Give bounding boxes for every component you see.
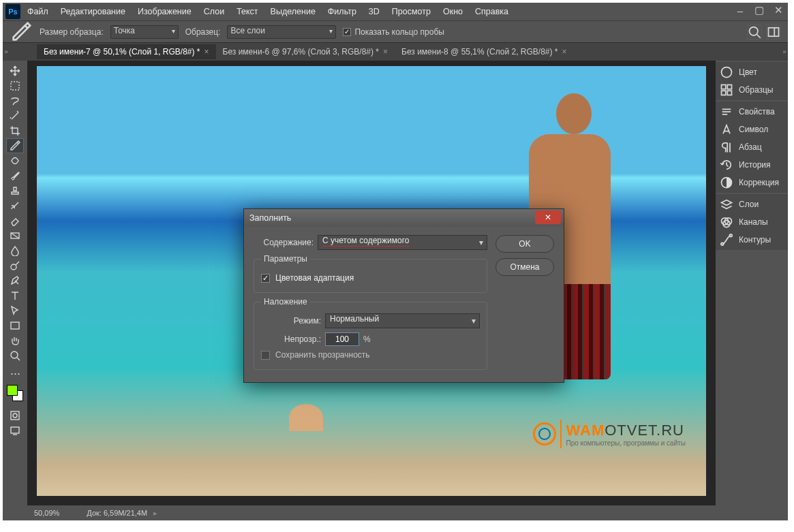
ok-button[interactable]: OK xyxy=(495,235,554,253)
color-adapt-checkbox[interactable]: ✓ Цветовая адаптация xyxy=(261,273,480,283)
stamp-tool-icon[interactable] xyxy=(6,183,24,198)
tab-doc-3[interactable]: Без имени-8 @ 55,1% (Слой 2, RGB/8#) *× xyxy=(395,44,574,59)
content-select[interactable]: С учетом содержимого xyxy=(318,235,487,250)
screenmode-icon[interactable] xyxy=(6,423,24,438)
mode-label: Режим: xyxy=(261,316,321,326)
panel-paths[interactable]: Контуры xyxy=(716,231,788,249)
menu-window[interactable]: Окно xyxy=(438,4,468,19)
crop-tool-icon[interactable] xyxy=(6,123,24,138)
dialog-title-bar[interactable]: Заполнить ✕ xyxy=(244,209,564,227)
menu-filter[interactable]: Фильтр xyxy=(322,4,362,19)
healing-tool-icon[interactable] xyxy=(6,153,24,168)
panel-color[interactable]: Цвет xyxy=(716,63,788,81)
swimmer-figure xyxy=(289,404,323,431)
watermark-sub: Про компьютеры, программы и сайты xyxy=(566,439,686,447)
adjustments-panel-icon xyxy=(720,176,733,189)
keep-transparency-label: Сохранить прозрачность xyxy=(275,350,370,360)
edit-toolbar-icon[interactable]: ⋯ xyxy=(6,366,24,381)
sample-select[interactable]: Все слои xyxy=(227,25,336,39)
svg-rect-11 xyxy=(722,85,726,89)
panel-swatches[interactable]: Образцы xyxy=(716,81,788,99)
right-panels: Цвет Образцы Свойства Символ Абзац Истор… xyxy=(716,61,788,520)
eyedropper-icon xyxy=(10,23,33,41)
cancel-button[interactable]: Отмена xyxy=(495,258,554,276)
layers-panel-icon xyxy=(720,198,733,210)
status-doc-value: 6,59M/21,4M xyxy=(104,509,147,517)
path-select-tool-icon[interactable] xyxy=(6,303,24,318)
panel-character[interactable]: Символ xyxy=(716,121,788,138)
svg-rect-1 xyxy=(769,27,779,36)
menu-select[interactable]: Выделение xyxy=(265,4,321,19)
menu-help[interactable]: Справка xyxy=(470,4,514,19)
opacity-input[interactable] xyxy=(325,332,359,346)
mode-select[interactable]: Нормальный xyxy=(325,313,480,328)
workspace-icon[interactable] xyxy=(766,25,781,40)
svg-rect-12 xyxy=(727,85,731,89)
gradient-tool-icon[interactable] xyxy=(6,228,24,243)
menu-view[interactable]: Просмотр xyxy=(386,4,436,19)
tab-close-icon[interactable]: × xyxy=(383,47,388,57)
tab-close-icon[interactable]: × xyxy=(562,47,567,57)
panel-history[interactable]: История xyxy=(716,156,788,174)
minimize-icon[interactable]: – xyxy=(731,3,750,18)
expand-left-icon[interactable]: » xyxy=(3,43,10,61)
svg-point-4 xyxy=(11,264,16,270)
eraser-tool-icon[interactable] xyxy=(6,213,24,228)
history-brush-tool-icon[interactable] xyxy=(6,198,24,213)
panel-paragraph[interactable]: Абзац xyxy=(716,138,788,156)
svg-point-6 xyxy=(11,351,18,358)
keep-transparency-checkbox[interactable]: Сохранить прозрачность xyxy=(261,350,480,360)
tab-doc-2[interactable]: Без имени-6 @ 97,6% (Слой 3, RGB/8#) *× xyxy=(216,44,395,59)
tab-doc-1[interactable]: Без имени-7 @ 50,1% (Слой 1, RGB/8#) *× xyxy=(37,44,216,59)
swatches-panel-icon xyxy=(720,84,733,96)
menu-file[interactable]: Файл xyxy=(22,4,54,19)
search-icon[interactable] xyxy=(747,25,762,40)
menu-image[interactable]: Изображение xyxy=(132,4,197,19)
marquee-tool-icon[interactable] xyxy=(6,78,24,93)
character-panel-icon xyxy=(720,123,733,136)
zoom-tool-icon[interactable] xyxy=(6,348,24,363)
maximize-icon[interactable]: ▢ xyxy=(750,3,769,18)
hand-tool-icon[interactable] xyxy=(6,333,24,348)
magic-wand-tool-icon[interactable] xyxy=(6,108,24,123)
status-bar: 50,09% Док: 6,59M/21,4M ▸ xyxy=(27,505,716,520)
menu-text[interactable]: Текст xyxy=(231,4,263,19)
tab-label: Без имени-6 @ 97,6% (Слой 3, RGB/8#) * xyxy=(223,47,380,57)
panel-layers[interactable]: Слои xyxy=(716,195,788,213)
type-tool-icon[interactable] xyxy=(6,288,24,303)
pen-tool-icon[interactable] xyxy=(6,273,24,288)
paths-panel-icon xyxy=(720,234,733,246)
expand-right-icon[interactable]: » xyxy=(781,43,788,61)
tab-close-icon[interactable]: × xyxy=(204,47,209,57)
panel-adjustments[interactable]: Коррекция xyxy=(716,174,788,191)
blur-tool-icon[interactable] xyxy=(6,243,24,258)
tab-label: Без имени-7 @ 50,1% (Слой 1, RGB/8#) * xyxy=(44,47,200,57)
quickmask-icon[interactable] xyxy=(6,408,24,423)
watermark: WAMOTVET.RU Про компьютеры, программы и … xyxy=(533,420,686,448)
menu-3d[interactable]: 3D xyxy=(363,4,385,19)
overlay-fieldset: Наложение Режим: Нормальный Непрозр.: % … xyxy=(254,297,487,370)
eyedropper-tool-icon[interactable] xyxy=(6,138,24,153)
chevron-right-icon[interactable]: ▸ xyxy=(151,509,157,517)
menu-layers[interactable]: Слои xyxy=(198,4,230,19)
rectangle-tool-icon[interactable] xyxy=(6,318,24,333)
sample-size-select[interactable]: Точка xyxy=(110,25,179,39)
show-ring-checkbox[interactable]: ✓ Показать кольцо пробы xyxy=(343,27,444,37)
dodge-tool-icon[interactable] xyxy=(6,258,24,273)
status-zoom[interactable]: 50,09% xyxy=(34,509,59,517)
close-icon[interactable]: ✕ xyxy=(769,3,788,18)
dialog-close-button[interactable]: ✕ xyxy=(535,210,561,224)
brush-tool-icon[interactable] xyxy=(6,168,24,183)
fill-dialog: Заполнить ✕ Содержание: С учетом содержи… xyxy=(243,208,564,383)
app-window: Ps Файл Редактирование Изображение Слои … xyxy=(3,3,788,520)
panel-properties[interactable]: Свойства xyxy=(716,103,788,121)
svg-point-0 xyxy=(750,27,759,35)
lasso-tool-icon[interactable] xyxy=(6,93,24,108)
paragraph-panel-icon xyxy=(720,141,733,153)
panel-channels[interactable]: Каналы xyxy=(716,213,788,231)
svg-rect-2 xyxy=(11,82,19,90)
color-swatch[interactable] xyxy=(7,385,23,401)
menu-edit[interactable]: Редактирование xyxy=(55,4,131,19)
sample-size-label: Размер образца: xyxy=(40,27,104,37)
move-tool-icon[interactable] xyxy=(6,63,24,78)
